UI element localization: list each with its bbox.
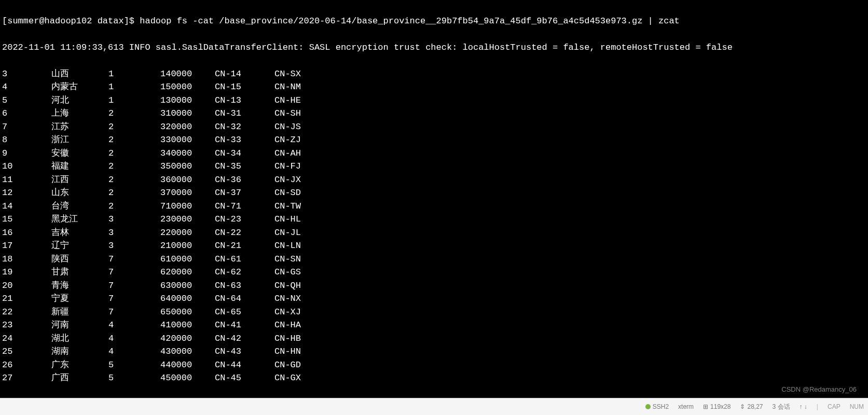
row-id: 19 bbox=[2, 266, 51, 279]
table-row: 21宁夏7640000CN-64CN-NX bbox=[2, 292, 866, 306]
row-area: 340000 bbox=[160, 147, 215, 160]
row-region: 3 bbox=[108, 226, 160, 240]
row-iso1: CN-62 bbox=[215, 266, 274, 279]
row-iso2: CN-NX bbox=[274, 292, 301, 306]
connection-dot-icon bbox=[645, 404, 651, 409]
row-id: 12 bbox=[2, 186, 51, 200]
terminal-output[interactable]: [summer@hadoop102 datax]$ hadoop fs -cat… bbox=[0, 0, 868, 398]
row-id: 24 bbox=[2, 332, 51, 345]
row-name: 黑龙江 bbox=[51, 213, 108, 226]
row-iso1: CN-71 bbox=[215, 200, 274, 213]
row-id: 5 bbox=[2, 94, 51, 107]
row-area: 360000 bbox=[160, 173, 215, 187]
row-area: 310000 bbox=[160, 107, 215, 120]
session-arrows: ↑ ↓ bbox=[800, 402, 807, 411]
row-id: 8 bbox=[2, 133, 51, 147]
cursor-value: 28,27 bbox=[747, 402, 763, 411]
row-iso1: CN-21 bbox=[215, 239, 274, 253]
row-id: 15 bbox=[2, 213, 51, 226]
row-area: 220000 bbox=[160, 226, 215, 240]
row-id: 17 bbox=[2, 239, 51, 253]
row-region: 4 bbox=[108, 332, 160, 345]
row-region: 2 bbox=[108, 186, 160, 200]
row-iso2: CN-JX bbox=[274, 173, 301, 187]
row-area: 370000 bbox=[160, 186, 215, 200]
table-row: 5河北1130000CN-13CN-HE bbox=[2, 94, 866, 107]
row-area: 610000 bbox=[160, 253, 215, 266]
row-iso2: CN-SX bbox=[274, 67, 301, 81]
table-row: 19甘肃7620000CN-62CN-GS bbox=[2, 266, 866, 279]
row-name: 宁夏 bbox=[51, 292, 108, 306]
num-indicator: NUM bbox=[850, 402, 864, 411]
row-iso2: CN-LN bbox=[274, 239, 301, 253]
row-id: 4 bbox=[2, 80, 51, 94]
row-iso2: CN-FJ bbox=[274, 160, 301, 173]
table-row: 6上海2310000CN-31CN-SH bbox=[2, 107, 866, 120]
row-area: 620000 bbox=[160, 266, 215, 279]
table-row: 24湖北4420000CN-42CN-HB bbox=[2, 332, 866, 345]
table-row: 23河南4410000CN-41CN-HA bbox=[2, 319, 866, 332]
row-name: 辽宁 bbox=[51, 239, 108, 253]
row-area: 150000 bbox=[160, 80, 215, 94]
row-iso1: CN-13 bbox=[215, 94, 274, 107]
row-iso1: CN-34 bbox=[215, 147, 274, 160]
row-iso1: CN-36 bbox=[215, 173, 274, 187]
row-region: 2 bbox=[108, 200, 160, 213]
row-id: 23 bbox=[2, 319, 51, 332]
row-region: 2 bbox=[108, 107, 160, 120]
row-region: 7 bbox=[108, 306, 160, 319]
row-area: 140000 bbox=[160, 67, 215, 81]
table-row: 15黑龙江3230000CN-23CN-HL bbox=[2, 213, 866, 226]
row-iso2: CN-GD bbox=[274, 358, 301, 372]
row-iso1: CN-61 bbox=[215, 253, 274, 266]
table-row: 11江西2360000CN-36CN-JX bbox=[2, 173, 866, 187]
row-iso2: CN-SH bbox=[274, 107, 301, 120]
row-iso2: CN-JL bbox=[274, 226, 301, 240]
ssh-status: SSH2 bbox=[645, 402, 669, 411]
table-row: 27广西5450000CN-45CN-GX bbox=[2, 371, 866, 385]
row-region: 4 bbox=[108, 345, 160, 358]
row-id: 7 bbox=[2, 120, 51, 134]
row-id: 25 bbox=[2, 345, 51, 358]
row-region: 2 bbox=[108, 120, 160, 134]
size-icon: ⊞ bbox=[703, 402, 708, 411]
row-name: 湖北 bbox=[51, 332, 108, 345]
row-region: 1 bbox=[108, 67, 160, 81]
row-id: 6 bbox=[2, 107, 51, 120]
row-area: 630000 bbox=[160, 279, 215, 293]
row-region: 1 bbox=[108, 94, 160, 107]
row-name: 江苏 bbox=[51, 120, 108, 134]
row-iso2: CN-SN bbox=[274, 253, 301, 266]
row-iso1: CN-43 bbox=[215, 345, 274, 358]
row-iso2: CN-AH bbox=[274, 147, 301, 160]
row-iso2: CN-NM bbox=[274, 80, 301, 94]
row-name: 甘肃 bbox=[51, 266, 108, 279]
table-row: 7江苏2320000CN-32CN-JS bbox=[2, 120, 866, 134]
row-iso2: CN-HL bbox=[274, 213, 301, 226]
size-value: 119x28 bbox=[710, 402, 731, 411]
row-id: 22 bbox=[2, 306, 51, 319]
row-iso2: CN-HN bbox=[274, 345, 301, 358]
row-area: 410000 bbox=[160, 319, 215, 332]
row-area: 650000 bbox=[160, 306, 215, 319]
table-row: 4内蒙古1150000CN-15CN-NM bbox=[2, 80, 866, 94]
table-row: 3山西1140000CN-14CN-SX bbox=[2, 67, 866, 81]
table-row: 17辽宁3210000CN-21CN-LN bbox=[2, 239, 866, 253]
table-row: 10福建2350000CN-35CN-FJ bbox=[2, 160, 866, 173]
row-iso2: CN-ZJ bbox=[274, 133, 301, 147]
typed-command: hadoop fs -cat /base_province/2020-06-14… bbox=[140, 16, 680, 26]
cursor-position: ⇕ 28,27 bbox=[740, 402, 763, 411]
table-row: 26广东5440000CN-44CN-GD bbox=[2, 358, 866, 372]
row-iso2: CN-XJ bbox=[274, 306, 301, 319]
row-iso1: CN-44 bbox=[215, 358, 274, 372]
row-area: 350000 bbox=[160, 160, 215, 173]
row-name: 江西 bbox=[51, 173, 108, 187]
shell-prompt: [summer@hadoop102 datax]$ bbox=[2, 16, 140, 26]
status-bar: SSH2 xterm ⊞ 119x28 ⇕ 28,27 3 会话 ↑ ↓ | C… bbox=[0, 398, 868, 415]
row-name: 河北 bbox=[51, 94, 108, 107]
row-name: 浙江 bbox=[51, 133, 108, 147]
row-area: 640000 bbox=[160, 292, 215, 306]
row-id: 14 bbox=[2, 200, 51, 213]
row-region: 2 bbox=[108, 133, 160, 147]
row-iso1: CN-42 bbox=[215, 332, 274, 345]
